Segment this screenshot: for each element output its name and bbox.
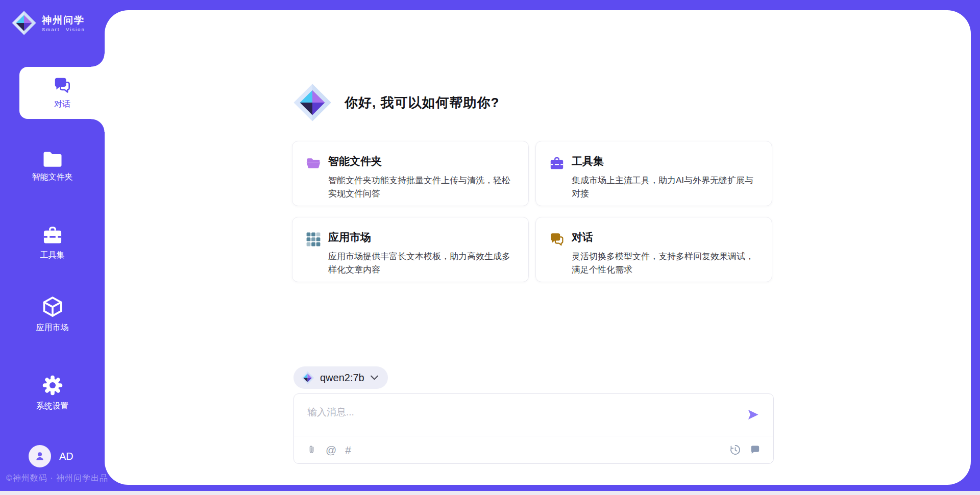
brand-subtitle: Smart Vision [42, 27, 85, 32]
feature-cards: 智能文件夹 智能文件夹功能支持批量文件上传与清洗，轻松实现文件问答 工具集 集成… [292, 141, 772, 282]
gem-logo-icon [11, 10, 37, 36]
sidebar-item-folders[interactable]: 智能文件夹 [0, 150, 105, 183]
composer-tools-right [729, 442, 761, 457]
at-sign-icon[interactable]: @ [326, 444, 336, 455]
paperclip-icon[interactable] [306, 443, 317, 456]
user-menu[interactable]: AD [29, 445, 74, 467]
avatar[interactable] [29, 445, 51, 467]
card-chat[interactable]: 对话 灵活切换多模型文件，支持多样回复效果调试，满足个性化需求 [535, 217, 772, 282]
gem-logo-icon [292, 83, 332, 122]
sidebar-item-appmarket[interactable]: 应用市场 [0, 295, 105, 333]
sidebar-item-label: 系统设置 [36, 401, 69, 412]
card-appmarket[interactable]: 应用市场 应用市场提供丰富长文本模板，助力高效生成多样化文章内容 [292, 217, 529, 282]
card-description: 应用市场提供丰富长文本模板，助力高效生成多样化文章内容 [328, 250, 515, 277]
brand-text: 神州问学 Smart Vision [42, 14, 85, 32]
chat-bubbles-icon [549, 232, 565, 247]
composer-divider [294, 436, 773, 436]
history-icon[interactable] [729, 444, 741, 456]
composer-tools-left: @ # [306, 442, 351, 457]
card-smart-folder[interactable]: 智能文件夹 智能文件夹功能支持批量文件上传与清洗，轻松实现文件问答 [292, 141, 529, 206]
greeting-text: 你好, 我可以如何帮助你? [345, 94, 499, 112]
gem-logo-icon [301, 371, 314, 385]
sidebar-item-toolset[interactable]: 工具集 [0, 225, 105, 261]
grid-tiles-icon [306, 232, 321, 247]
sidebar-item-label: 应用市场 [36, 323, 69, 333]
gear-icon [41, 374, 64, 397]
user-initials: AD [59, 451, 74, 462]
brand-name: 神州问学 [42, 14, 85, 27]
send-icon[interactable] [746, 408, 760, 422]
model-selector[interactable]: qwen2:7b [293, 366, 388, 389]
folder-icon [42, 150, 63, 167]
message-input[interactable] [306, 402, 732, 423]
sidebar-item-label: 对话 [54, 99, 70, 110]
brand-logo: 神州问学 Smart Vision [11, 10, 85, 36]
card-title: 工具集 [572, 154, 758, 168]
card-title: 应用市场 [328, 230, 515, 244]
chat-bubble-icon[interactable] [749, 444, 761, 456]
chevron-down-icon [370, 375, 379, 381]
card-toolset[interactable]: 工具集 集成市场上主流工具，助力AI与外界无缝扩展与对接 [535, 141, 772, 206]
main-panel: 你好, 我可以如何帮助你? 智能文件夹 智能文件夹功能支持批量文件上传与清洗，轻… [105, 10, 971, 485]
sidebar-item-label: 智能文件夹 [32, 172, 73, 183]
sidebar-item-label: 工具集 [40, 250, 65, 261]
sidebar-item-chat[interactable]: 对话 [19, 67, 105, 119]
card-description: 灵活切换多模型文件，支持多样回复效果调试，满足个性化需求 [572, 250, 758, 277]
sidebar-footer: ©神州数码 · 神州问学出品 [6, 473, 108, 484]
model-name: qwen2:7b [320, 372, 364, 384]
cube-icon [41, 295, 64, 318]
card-title: 智能文件夹 [328, 154, 515, 168]
greeting: 你好, 我可以如何帮助你? [292, 83, 499, 122]
sidebar-item-settings[interactable]: 系统设置 [0, 374, 105, 412]
card-title: 对话 [572, 230, 758, 244]
card-description: 智能文件夹功能支持批量文件上传与清洗，轻松实现文件问答 [328, 174, 515, 201]
card-description: 集成市场上主流工具，助力AI与外界无缝扩展与对接 [572, 174, 758, 201]
person-icon [33, 450, 46, 463]
briefcase-icon [549, 156, 565, 171]
tab-fillet-bottom [91, 119, 105, 132]
hashtag-icon[interactable]: # [345, 444, 351, 455]
briefcase-icon [42, 225, 63, 245]
tab-fillet-top [91, 54, 105, 67]
message-composer: @ # [293, 393, 774, 464]
bottom-strip [0, 491, 980, 495]
chat-bubbles-icon [53, 76, 71, 94]
open-folder-icon [306, 156, 321, 171]
